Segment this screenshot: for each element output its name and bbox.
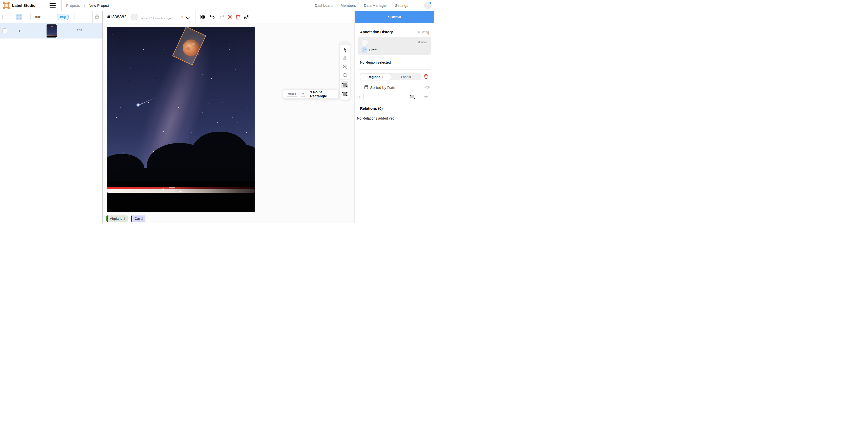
top-nav: Label Studio Projects / New Project Dash… — [0, 0, 434, 11]
toggle-all-regions-eye-icon[interactable] — [425, 85, 430, 90]
column-ocr-label[interactable]: ocr — [35, 15, 40, 19]
drag-handle-icon[interactable] — [358, 95, 360, 98]
breadcrumb-projects[interactable]: Projects — [66, 3, 80, 7]
region-number: 1 — [370, 95, 372, 99]
rectangle-tool-icon[interactable] — [340, 81, 350, 89]
three-point-rectangle-tool-icon[interactable] — [340, 90, 350, 98]
tool-tooltip: SHIFT R 3 Point Rectangle — [283, 89, 339, 99]
task-thumbnail[interactable] — [46, 24, 57, 37]
nav-link-data-manager[interactable]: Data Manager — [364, 3, 387, 7]
label-name: Car — [132, 217, 141, 220]
user-avatar[interactable] — [424, 2, 432, 9]
bounding-box-icon — [17, 15, 21, 19]
history-timestamp: just now — [415, 40, 427, 44]
palette-drag-handle[interactable] — [340, 42, 350, 45]
label-badge-car[interactable]: Car 2 — [131, 215, 146, 222]
task-created-text: created, 11 minutes ago — [140, 17, 171, 20]
label-studio-app: Label Studio Projects / New Project Dash… — [0, 0, 434, 223]
annotation-id-link[interactable]: #ulwQg — [418, 30, 429, 35]
app-title: Label Studio — [12, 3, 35, 8]
label-hotkey: 2 — [141, 217, 146, 220]
task-row-checkbox[interactable] — [2, 28, 7, 33]
header-divider — [195, 11, 195, 23]
annotation-panel: Submit Annotation History #ulwQg just no… — [354, 11, 434, 223]
regions-count: 1 — [382, 75, 383, 79]
history-status: Draft — [369, 48, 376, 52]
region-list-item[interactable]: 1 — [355, 92, 434, 102]
annotation-pagination: 1/1 — [179, 15, 184, 19]
cursor-tool-icon[interactable] — [340, 45, 350, 54]
sorted-by-row: Sorted by Date — [355, 84, 434, 91]
header-divider — [74, 14, 74, 20]
gear-icon[interactable] — [94, 14, 100, 21]
sidebar-header: ocr img — [0, 11, 102, 23]
view-all-annotations-icon[interactable] — [200, 15, 205, 19]
nav-link-dashboard[interactable]: Dashboard — [315, 3, 333, 7]
label-hotkey: 1 — [124, 217, 128, 220]
task-id: #1338882 — [107, 14, 127, 20]
shift-key-chip: SHIFT — [286, 92, 299, 97]
redo-icon[interactable] — [219, 14, 225, 21]
zoom-in-icon[interactable] — [340, 62, 350, 71]
task-header: #1338882 created, 11 minutes ago 1/1 — [103, 11, 354, 23]
task-row-id: 0 — [18, 29, 20, 33]
nav-link-settings[interactable]: Settings — [395, 3, 408, 7]
delete-annotation-icon[interactable] — [236, 14, 240, 21]
label-badge-airplane[interactable]: Airplane 1 — [106, 215, 128, 222]
transfer-arrows-icon[interactable] — [244, 14, 250, 20]
breadcrumb-current: New Project — [89, 3, 109, 7]
notification-dot — [429, 1, 432, 4]
annotator-avatar — [131, 13, 138, 20]
region-visibility-eye-icon[interactable] — [424, 94, 429, 100]
no-region-text: No Region selected — [360, 60, 391, 64]
label-name: Airplane — [108, 217, 124, 220]
palette-separator — [340, 79, 350, 80]
code-icon[interactable]: </> — [76, 28, 82, 32]
undo-icon[interactable] — [209, 14, 215, 21]
submit-button[interactable]: Submit — [355, 11, 434, 23]
nav-divider — [61, 0, 62, 11]
task-row[interactable]: 0 </> — [0, 23, 102, 38]
relations-empty-text: No Relations added yet — [357, 116, 394, 120]
rectangle-region-icon — [410, 95, 414, 98]
sort-order-icon[interactable] — [364, 85, 368, 91]
tool-palette — [340, 42, 350, 100]
reject-icon[interactable] — [228, 15, 232, 20]
annotation-history-title: Annotation History — [360, 30, 393, 34]
label-studio-logo-icon[interactable] — [3, 2, 9, 9]
draft-icon — [362, 47, 367, 53]
regions-labels-tabs: Regions 1 Labels — [360, 73, 422, 80]
relations-title: Relations (0) — [360, 106, 383, 111]
header-divider — [30, 14, 31, 20]
tab-labels[interactable]: Labels — [391, 74, 421, 80]
task-sidebar: ocr img 0 </> — [0, 11, 103, 223]
menu-icon[interactable] — [50, 3, 56, 8]
history-item[interactable]: just now Draft — [358, 37, 431, 55]
region-item-box[interactable]: 1 — [363, 92, 431, 101]
delete-regions-trash-icon[interactable] — [424, 74, 428, 80]
hand-tool-icon[interactable] — [340, 54, 350, 62]
breadcrumb-separator: / — [84, 3, 85, 7]
sorted-by-label[interactable]: Sorted by Date — [370, 85, 395, 90]
history-avatar — [361, 39, 368, 46]
annotation-column-icon[interactable] — [16, 14, 22, 20]
r-key-chip: R — [300, 92, 306, 97]
chevron-down-icon[interactable] — [186, 16, 190, 20]
night-sky-photo[interactable] — [107, 27, 255, 212]
column-img-badge[interactable]: img — [57, 14, 69, 20]
header-divider — [92, 11, 93, 23]
tooltip-label: 3 Point Rectangle — [310, 90, 338, 98]
nav-link-members[interactable]: Members — [341, 3, 356, 7]
tab-regions[interactable]: Regions 1 — [360, 73, 391, 80]
header-divider — [127, 11, 127, 23]
select-all-checkbox[interactable] — [2, 14, 7, 19]
zoom-out-icon[interactable] — [340, 71, 350, 80]
panel-divider — [359, 69, 431, 70]
